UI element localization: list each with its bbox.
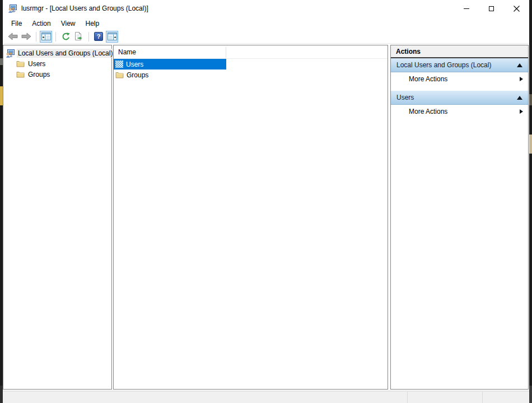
export-list-icon xyxy=(74,32,84,41)
menu-file[interactable]: File xyxy=(6,18,27,29)
folder-icon-selected xyxy=(115,61,123,68)
title-bar[interactable]: lusrmgr - [Local Users and Groups (Local… xyxy=(3,0,529,17)
console-tree-icon xyxy=(41,33,51,40)
section-header-label: Users xyxy=(396,94,517,101)
console-tree-pane: Local Users and Groups (Local) Users Gro… xyxy=(3,45,112,390)
app-icon xyxy=(8,4,17,13)
actions-pane: Actions Local Users and Groups (Local) M… xyxy=(390,45,529,390)
computer-users-icon xyxy=(6,49,15,58)
section-header-label: Local Users and Groups (Local) xyxy=(396,61,517,69)
export-list-button[interactable] xyxy=(73,31,85,43)
show-console-tree-button[interactable] xyxy=(40,31,52,43)
action-item-label: More Actions xyxy=(409,108,520,115)
desktop-artifact xyxy=(529,386,532,403)
tree-item-local-users-and-groups[interactable]: Local Users and Groups (Local) xyxy=(3,48,111,58)
forward-arrow-icon xyxy=(21,33,31,40)
desktop-artifact xyxy=(0,86,3,105)
desktop-artifact xyxy=(529,135,532,154)
list-row-label: Users xyxy=(126,61,143,68)
submenu-arrow-icon xyxy=(520,77,523,81)
maximize-icon xyxy=(489,6,494,11)
actions-section-local-users-and-groups[interactable]: Local Users and Groups (Local) xyxy=(391,58,528,72)
close-icon xyxy=(514,6,520,12)
close-button[interactable] xyxy=(504,0,529,17)
actions-section-users[interactable]: Users xyxy=(391,91,528,105)
help-icon: ? xyxy=(94,32,103,41)
refresh-button[interactable] xyxy=(59,31,72,43)
minimize-icon xyxy=(464,8,469,9)
column-divider[interactable] xyxy=(226,47,226,58)
results-pane: Name Users Groups xyxy=(113,45,388,390)
menu-view[interactable]: View xyxy=(56,18,81,29)
maximize-button[interactable] xyxy=(479,0,504,17)
show-action-pane-button[interactable] xyxy=(106,31,118,43)
folder-icon xyxy=(115,71,124,78)
desktop-artifact xyxy=(0,58,3,65)
collapse-icon[interactable] xyxy=(517,63,522,67)
back-arrow-icon xyxy=(8,33,18,40)
lusrmgr-window: lusrmgr - [Local Users and Groups (Local… xyxy=(3,0,529,403)
toolbar-separator xyxy=(55,32,56,41)
desktop-edge-right xyxy=(529,0,532,403)
tree-item-label: Users xyxy=(27,59,46,68)
actions-title-label: Actions xyxy=(396,48,421,55)
list-row-label: Groups xyxy=(127,71,148,79)
tree-item-users[interactable]: Users xyxy=(3,58,111,69)
desktop-edge-left xyxy=(0,0,3,403)
action-item-label: More Actions xyxy=(409,75,520,83)
list-header: Name xyxy=(114,45,388,59)
folder-icon xyxy=(16,60,25,67)
collapse-icon[interactable] xyxy=(517,96,522,100)
actions-pane-title: Actions xyxy=(391,45,528,58)
more-actions-local-users-and-groups[interactable]: More Actions xyxy=(391,72,528,86)
menu-action[interactable]: Action xyxy=(27,18,55,29)
list-row-groups[interactable]: Groups xyxy=(114,70,226,80)
desktop-artifact xyxy=(0,386,3,403)
tree-item-label: Groups xyxy=(27,70,51,79)
minimize-button[interactable] xyxy=(454,0,479,17)
toolbar: ? xyxy=(3,30,529,44)
statusbar-separator xyxy=(482,392,483,403)
submenu-arrow-icon xyxy=(520,109,523,114)
caption-buttons xyxy=(454,0,529,17)
status-bar xyxy=(3,391,529,403)
toolbar-separator xyxy=(36,32,36,41)
back-button[interactable] xyxy=(7,31,19,43)
list-row-users[interactable]: Users xyxy=(114,59,226,70)
tree-root-label: Local Users and Groups (Local) xyxy=(17,49,114,58)
menu-bar: File Action View Help xyxy=(3,17,529,30)
window-title: lusrmgr - [Local Users and Groups (Local… xyxy=(21,4,148,12)
column-header-name[interactable]: Name xyxy=(114,48,136,56)
toolbar-separator xyxy=(88,32,89,41)
folder-icon xyxy=(16,71,25,78)
refresh-icon xyxy=(61,32,70,41)
more-actions-users[interactable]: More Actions xyxy=(391,105,528,118)
action-pane-icon xyxy=(108,33,117,40)
forward-button[interactable] xyxy=(20,31,32,43)
main-area: Local Users and Groups (Local) Users Gro… xyxy=(3,45,529,390)
menu-help[interactable]: Help xyxy=(81,18,105,29)
statusbar-separator xyxy=(407,392,408,403)
help-button[interactable]: ? xyxy=(92,31,105,43)
desktop-artifact xyxy=(529,94,532,105)
tree-item-groups[interactable]: Groups xyxy=(3,69,111,80)
